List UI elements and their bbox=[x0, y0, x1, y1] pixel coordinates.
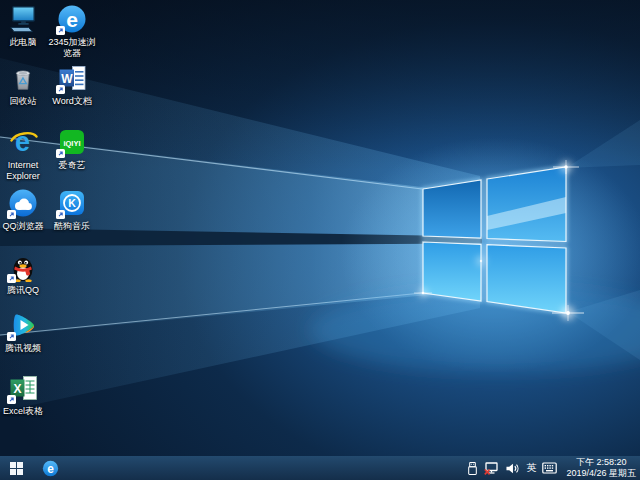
svg-text:iQIYI: iQIYI bbox=[63, 139, 80, 148]
touch-keyboard-icon[interactable] bbox=[542, 462, 557, 474]
network-disconnected-icon[interactable] bbox=[484, 462, 499, 475]
system-tray: 英 bbox=[467, 461, 557, 476]
desktop-icon-word[interactable]: W Word文档 bbox=[43, 63, 101, 107]
excel-icon: X bbox=[8, 373, 38, 403]
this-pc-icon bbox=[8, 4, 38, 34]
2345-browser-taskbar-icon: e bbox=[42, 460, 59, 477]
icon-label: Internet Explorer bbox=[6, 160, 40, 182]
shortcut-arrow-badge bbox=[56, 210, 65, 219]
desktop-icon-tencent-video[interactable]: 腾讯视频 bbox=[0, 310, 52, 354]
word-icon: W bbox=[57, 63, 87, 93]
clock-time: 下午 2:58:20 bbox=[566, 457, 636, 468]
desktop-icon-excel[interactable]: X Excel表格 bbox=[0, 373, 52, 417]
tencent-qq-icon bbox=[8, 252, 38, 282]
ime-language-indicator[interactable]: 英 bbox=[526, 463, 536, 473]
tencent-video-icon bbox=[8, 310, 38, 340]
2345-browser-icon: e bbox=[57, 4, 87, 34]
desktop-icon-iqiyi[interactable]: iQIYI 爱奇艺 bbox=[43, 127, 101, 171]
icon-label: QQ浏览器 bbox=[2, 221, 43, 232]
desktop-icon-kugou[interactable]: K 酷狗音乐 bbox=[43, 188, 101, 232]
shortcut-arrow-badge bbox=[56, 149, 65, 158]
svg-text:K: K bbox=[68, 197, 76, 209]
icon-label: 酷狗音乐 bbox=[54, 221, 90, 232]
kugou-music-icon: K bbox=[57, 188, 87, 218]
taskbar-clock[interactable]: 下午 2:58:20 2019/4/26 星期五 bbox=[564, 457, 638, 479]
icon-label: 此电脑 bbox=[10, 37, 37, 48]
icon-label: 腾讯视频 bbox=[5, 343, 41, 354]
icon-label: 回收站 bbox=[10, 96, 37, 107]
icon-label: 腾讯QQ bbox=[7, 285, 39, 296]
shortcut-arrow-badge bbox=[7, 210, 16, 219]
svg-text:e: e bbox=[66, 8, 78, 31]
shortcut-arrow-badge bbox=[56, 85, 65, 94]
taskbar-pinned-2345-browser[interactable]: e bbox=[36, 456, 64, 480]
icon-label: Word文档 bbox=[52, 96, 91, 107]
desktop-icon-2345-browser[interactable]: e 2345加速浏 览器 bbox=[43, 4, 101, 59]
svg-text:X: X bbox=[13, 382, 21, 396]
volume-icon[interactable] bbox=[505, 462, 520, 475]
icon-label: 2345加速浏 览器 bbox=[48, 37, 95, 59]
icon-label: Excel表格 bbox=[3, 406, 43, 417]
usb-device-icon[interactable] bbox=[467, 461, 478, 476]
iqiyi-icon: iQIYI bbox=[57, 127, 87, 157]
svg-text:e: e bbox=[47, 461, 54, 475]
svg-text:e: e bbox=[15, 127, 30, 157]
clock-date: 2019/4/26 星期五 bbox=[566, 468, 636, 479]
desktop-icon-tencent-qq[interactable]: 腾讯QQ bbox=[0, 252, 52, 296]
taskbar: e bbox=[0, 456, 640, 480]
internet-explorer-icon: e bbox=[8, 127, 38, 157]
shortcut-arrow-badge bbox=[7, 274, 16, 283]
shortcut-arrow-badge bbox=[7, 332, 16, 341]
windows-start-icon bbox=[10, 462, 23, 475]
svg-text:W: W bbox=[61, 72, 73, 86]
icon-label: 爱奇艺 bbox=[59, 160, 86, 171]
recycle-bin-icon bbox=[8, 63, 38, 93]
qq-browser-icon bbox=[8, 188, 38, 218]
start-button[interactable] bbox=[0, 456, 32, 480]
desktop: 此电脑 e 2345加速浏 览器 回收站 bbox=[0, 0, 640, 480]
shortcut-arrow-badge bbox=[56, 26, 65, 35]
shortcut-arrow-badge bbox=[7, 395, 16, 404]
